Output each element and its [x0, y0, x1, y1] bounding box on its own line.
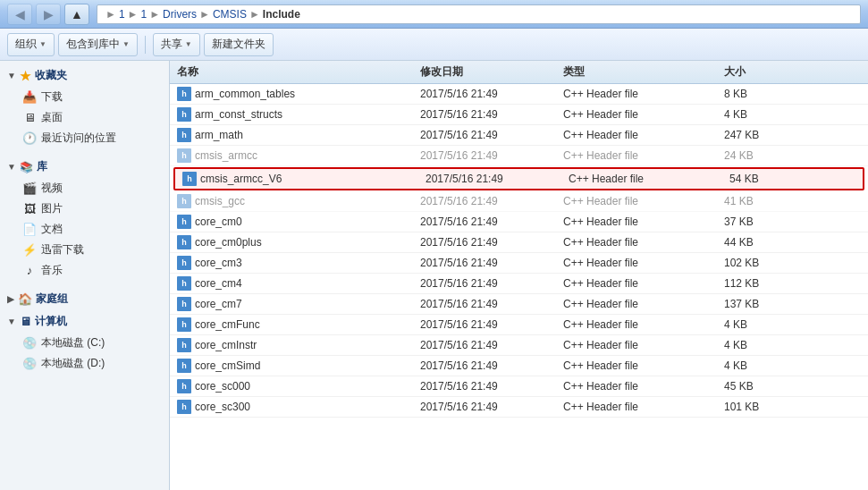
table-row[interactable]: h core_cmFunc 2017/5/16 21:49 C++ Header…	[170, 315, 868, 335]
file-name-cell: h core_cm0plus	[170, 235, 420, 249]
file-date-cell: 2017/5/16 21:49	[420, 108, 563, 121]
column-header-type[interactable]: 类型	[563, 64, 724, 80]
sidebar-item-music[interactable]: ♪ 音乐	[0, 260, 169, 281]
file-name-cell: h cmsis_gcc	[170, 194, 420, 208]
library-dropdown-icon: ▼	[122, 40, 130, 48]
file-name-text: core_cm0plus	[195, 236, 262, 249]
file-type-cell: C++ Header file	[569, 173, 729, 185]
sidebar-item-xunlei[interactable]: ⚡ 迅雷下载	[0, 240, 169, 260]
documents-icon: 📄	[21, 223, 38, 237]
sidebar-item-drive-c[interactable]: 💿 本地磁盘 (C:)	[0, 333, 169, 353]
table-row[interactable]: h arm_const_structs 2017/5/16 21:49 C++ …	[170, 105, 868, 125]
file-name-text: core_cmInstr	[195, 339, 257, 351]
breadcrumb-sep-1: ►	[128, 8, 139, 21]
column-header-name[interactable]: 名称	[170, 64, 420, 80]
recent-icon: 🕐	[21, 131, 38, 146]
pictures-icon: 🖼	[21, 202, 38, 216]
table-row[interactable]: h core_cm0 2017/5/16 21:49 C++ Header fi…	[170, 212, 868, 232]
sidebar-item-desktop-label: 桌面	[41, 110, 63, 125]
file-type-cell: C++ Header file	[563, 129, 724, 141]
breadcrumb-part-cmsis[interactable]: CMSIS	[213, 8, 247, 21]
organize-label: 组织	[15, 37, 37, 52]
table-row[interactable]: h cmsis_gcc 2017/5/16 21:49 C++ Header f…	[170, 191, 868, 212]
sidebar-item-desktop[interactable]: 🖥 桌面	[0, 107, 169, 128]
file-size-cell: 45 KB	[724, 380, 796, 393]
share-button[interactable]: 共享 ▼	[153, 33, 200, 56]
sidebar-item-documents[interactable]: 📄 文档	[0, 219, 169, 240]
sidebar-item-videos[interactable]: 🎬 视频	[0, 178, 169, 199]
back-button[interactable]: ◀	[7, 4, 32, 25]
file-type-cell: C++ Header file	[563, 318, 724, 331]
sidebar-item-drive-d[interactable]: 💿 本地磁盘 (D:)	[0, 353, 169, 374]
file-name-cell: h cmsis_armcc_V6	[175, 172, 426, 186]
up-button[interactable]: ▲	[64, 4, 89, 25]
table-row[interactable]: h core_sc300 2017/5/16 21:49 C++ Header …	[170, 397, 868, 418]
table-row[interactable]: h cmsis_armcc_V6 2017/5/16 21:49 C++ Hea…	[173, 167, 864, 190]
file-name-cell: h core_cm4	[170, 276, 420, 291]
table-row[interactable]: h core_sc000 2017/5/16 21:49 C++ Header …	[170, 376, 868, 397]
table-row[interactable]: h core_cm4 2017/5/16 21:49 C++ Header fi…	[170, 274, 868, 294]
file-name-text: core_cm0	[195, 215, 242, 228]
sidebar-item-music-label: 音乐	[41, 263, 63, 278]
table-row[interactable]: h core_cmSimd 2017/5/16 21:49 C++ Header…	[170, 356, 868, 376]
header-file-icon: h	[177, 128, 191, 142]
file-type-cell: C++ Header file	[563, 236, 724, 249]
include-in-library-button[interactable]: 包含到库中 ▼	[58, 33, 138, 56]
breadcrumb-sep-4: ►	[249, 8, 260, 21]
table-row[interactable]: h arm_common_tables 2017/5/16 21:49 C++ …	[170, 84, 868, 105]
table-row[interactable]: h cmsis_armcc 2017/5/16 21:49 C++ Header…	[170, 146, 868, 166]
library-label: 库	[37, 159, 47, 174]
file-size-cell: 24 KB	[724, 149, 796, 162]
column-header-size[interactable]: 大小	[724, 64, 796, 80]
header-file-icon: h	[177, 338, 191, 352]
file-name-cell: h arm_const_structs	[170, 107, 420, 122]
breadcrumb-arrow-icon: ►	[105, 8, 116, 21]
sidebar-item-pictures[interactable]: 🖼 图片	[0, 199, 169, 219]
homegroup-section-header[interactable]: ▶ 🏠 家庭组	[0, 288, 169, 310]
sidebar-item-documents-label: 文档	[41, 222, 63, 237]
sidebar-item-recent[interactable]: 🕐 最近访问的位置	[0, 128, 169, 148]
new-folder-button[interactable]: 新建文件夹	[204, 33, 274, 56]
library-section-header[interactable]: ▼ 📚 库	[0, 156, 169, 178]
favorites-label: 收藏夹	[35, 68, 67, 83]
file-date-cell: 2017/5/16 21:49	[420, 401, 563, 413]
breadcrumb-part-2[interactable]: 1	[140, 8, 147, 21]
table-row[interactable]: h core_cm0plus 2017/5/16 21:49 C++ Heade…	[170, 232, 868, 253]
file-name-cell: h core_cmFunc	[170, 317, 420, 332]
organize-dropdown-icon: ▼	[39, 40, 46, 48]
forward-button[interactable]: ▶	[36, 4, 61, 25]
computer-expand-icon: ▼	[7, 317, 16, 326]
table-row[interactable]: h core_cm3 2017/5/16 21:49 C++ Header fi…	[170, 253, 868, 274]
favorites-section-header[interactable]: ▼ ★ 收藏夹	[0, 64, 169, 87]
nav-buttons: ◀ ▶ ▲	[7, 4, 89, 25]
sidebar-item-xunlei-label: 迅雷下载	[41, 242, 84, 258]
file-date-cell: 2017/5/16 21:49	[420, 236, 563, 249]
file-size-cell: 41 KB	[724, 195, 796, 207]
breadcrumb-part-drivers[interactable]: Drivers	[163, 8, 197, 21]
table-row[interactable]: h core_cmInstr 2017/5/16 21:49 C++ Heade…	[170, 335, 868, 356]
file-date-cell: 2017/5/16 21:49	[426, 173, 569, 185]
table-row[interactable]: h arm_math 2017/5/16 21:49 C++ Header fi…	[170, 125, 868, 146]
toolbar-separator	[145, 36, 146, 54]
header-file-icon: h	[177, 107, 191, 122]
column-header-date[interactable]: 修改日期	[420, 64, 563, 80]
table-row[interactable]: h core_cm7 2017/5/16 21:49 C++ Header fi…	[170, 294, 868, 315]
computer-section-header[interactable]: ▼ 🖥 计算机	[0, 310, 169, 333]
organize-button[interactable]: 组织 ▼	[7, 33, 55, 56]
file-name-cell: h arm_math	[170, 128, 420, 142]
file-type-cell: C++ Header file	[563, 149, 724, 162]
sidebar-item-downloads[interactable]: 📥 下载	[0, 87, 169, 107]
file-type-cell: C++ Header file	[563, 257, 724, 269]
file-size-cell: 44 KB	[724, 236, 796, 249]
file-name-text: core_cm4	[195, 277, 242, 290]
main-layout: ▼ ★ 收藏夹 📥 下载 🖥 桌面 🕐 最近访问的位置 ▼ 📚 库 🎬 视频 🖼	[0, 61, 868, 490]
header-file-icon: h	[177, 87, 191, 101]
sidebar-item-videos-label: 视频	[41, 181, 63, 196]
breadcrumb-part-include[interactable]: Include	[263, 8, 300, 21]
breadcrumb-part-1[interactable]: 1	[119, 8, 125, 21]
sidebar-item-pictures-label: 图片	[41, 201, 63, 216]
library-expand-icon: ▼	[7, 162, 16, 172]
file-type-cell: C++ Header file	[563, 401, 724, 413]
file-size-cell: 54 KB	[729, 173, 801, 185]
header-file-icon: h	[177, 400, 191, 414]
